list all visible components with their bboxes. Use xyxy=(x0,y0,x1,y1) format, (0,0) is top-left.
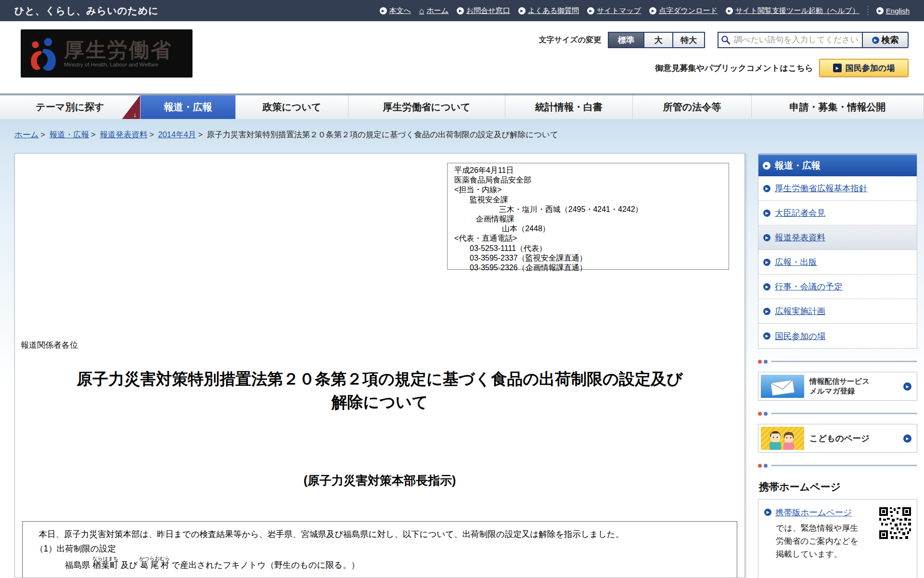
mobile-homepage-description: では、緊急情報や厚生労働省のご案内などを掲載しています。 xyxy=(776,522,861,561)
breadcrumb-april-2014[interactable]: 2014年4月 xyxy=(158,130,196,139)
contact-line: 03-5253-1111（代表） xyxy=(454,244,725,253)
mobile-homepage-link[interactable]: 携帯版ホームページ xyxy=(775,507,852,518)
sidebar-item-minister-press[interactable]: ▶大臣記者会見 xyxy=(758,201,917,225)
sidebar-item-pr-plan[interactable]: ▶広報実施計画 xyxy=(758,299,917,324)
contact-line: 03-3595-2326（企画情報課直通） xyxy=(454,263,725,273)
link-accessibility-tool[interactable]: ▶サイト閲覧支援ツール起動（ヘルプ） xyxy=(726,6,860,15)
divider-line xyxy=(771,465,917,466)
sidebar-item-press-releases[interactable]: ▶報道発表資料 xyxy=(758,225,917,250)
page-body: ホーム> 報道・広報> 報道発表資料> 2014年4月> 原子力災害対策特別措置… xyxy=(0,119,924,578)
blue-dot xyxy=(764,464,768,468)
contact-line: 監視安全課 xyxy=(454,195,725,205)
kids-banner-text: こどものページ xyxy=(804,434,903,443)
sidebar-item-publications[interactable]: ▶広報・出版 xyxy=(758,250,917,275)
ministry-logo-mark xyxy=(27,36,59,71)
font-size-buttons: 標準 大 特大 xyxy=(608,32,705,48)
contact-line: 平成26年4月11日 xyxy=(454,166,725,175)
breadcrumb-current: 原子力災害対策特別措置法第２０条第２項の規定に基づく食品の出荷制限の設定及び解除… xyxy=(207,130,558,139)
contact-line: <担当・内線> xyxy=(454,185,725,195)
site-header: 厚生労働省 Ministry of Health, Labour and Wel… xyxy=(0,21,924,93)
dotted-divider xyxy=(758,359,917,364)
envelope-icon xyxy=(761,375,804,398)
top-utility-bar: ひと、くらし、みらいのために ▶本文へ ⌂ホーム ▶お問合せ窓口 ▶よくある御質… xyxy=(0,0,924,21)
search-box xyxy=(718,32,863,48)
link-english[interactable]: ▶English xyxy=(876,7,910,15)
breadcrumb-press-releases[interactable]: 報道発表資料 xyxy=(100,130,147,139)
link-to-main-content[interactable]: ▶本文へ xyxy=(380,6,411,15)
breadcrumb: ホーム> 報道・広報> 報道発表資料> 2014年4月> 原子力災害対策特別措置… xyxy=(0,119,924,140)
ministry-logo[interactable]: 厚生労働省 Ministry of Health, Labour and Wel… xyxy=(21,29,192,78)
home-icon: ⌂ xyxy=(419,7,424,15)
sidebar-item-events[interactable]: ▶行事・会議の予定 xyxy=(758,275,917,299)
font-size-standard-button[interactable]: 標準 xyxy=(609,33,643,47)
sidebar-section-header: ▶ 報道・広報 xyxy=(758,154,917,176)
breadcrumb-press[interactable]: 報道・広報 xyxy=(50,130,90,139)
circle-arrow-icon: ▶ xyxy=(872,37,879,44)
nav-tab-laws[interactable]: 所管の法令等 xyxy=(633,95,752,119)
contact-line: 企画情報課 xyxy=(454,214,725,224)
page-title: 原子力災害対策特別措置法第２０条第２項の規定に基づく食品の出荷制限の設定及び 解… xyxy=(15,368,744,414)
page: ひと、くらし、みらいのために ▶本文へ ⌂ホーム ▶お問合せ窓口 ▶よくある御質… xyxy=(0,0,924,119)
mailmag-banner[interactable]: 情報配信サービス メルマガ登録 ▶ xyxy=(758,372,917,401)
site-search: ▶検索 xyxy=(718,32,909,48)
salutation: 報道関係者各位 xyxy=(21,340,78,351)
circle-arrow-icon: ▶ xyxy=(763,308,770,315)
public-comment-row: 御意見募集やパブリックコメントはこちら ▶国民参加の場 xyxy=(655,59,909,77)
top-links: ▶本文へ ⌂ホーム ▶お問合せ窓口 ▶よくある御質問 ▶サイトマップ ▶点字ダウ… xyxy=(380,6,910,15)
link-faq[interactable]: ▶よくある御質問 xyxy=(518,6,579,15)
circle-arrow-icon: ▶ xyxy=(457,7,464,14)
logo-title: 厚生労働省 xyxy=(64,39,172,61)
blue-dot xyxy=(764,360,768,364)
qr-code xyxy=(879,507,911,539)
circle-arrow-icon: ▶ xyxy=(763,234,770,241)
nav-tab-themes[interactable]: テーマ別に探す ↓ xyxy=(0,95,141,119)
circle-arrow-icon: ▶ xyxy=(764,509,771,516)
header-tools: 文字サイズの変更 標準 大 特大 ▶検索 xyxy=(539,32,909,48)
circle-arrow-icon: ▶ xyxy=(763,332,770,340)
nav-tab-applications[interactable]: 申請・募集・情報公開 xyxy=(752,95,924,119)
public-comment-text: 御意見募集やパブリックコメントはこちら xyxy=(655,63,813,74)
circle-arrow-icon: ▶ xyxy=(763,283,770,290)
contact-line: 山本（2448） xyxy=(454,224,725,234)
font-size-large-button[interactable]: 大 xyxy=(643,33,672,47)
link-home[interactable]: ⌂ホーム xyxy=(419,6,449,15)
mailmag-banner-text: 情報配信サービス メルマガ登録 xyxy=(804,377,903,396)
contact-line: 三木・塩川・西城（2495・4241・4242） xyxy=(454,205,725,214)
public-participation-button[interactable]: ▶国民参加の場 xyxy=(819,59,909,77)
logo-subtitle: Ministry of Health, Labour and Welfare xyxy=(64,62,172,67)
font-size-xlarge-button[interactable]: 特大 xyxy=(672,33,704,47)
red-dot xyxy=(758,360,762,364)
mobile-homepage-box: ▶ 携帯版ホームページ では、緊急情報や厚生労働省のご案内などを掲載しています。 xyxy=(758,499,917,578)
dotted-divider xyxy=(758,411,917,416)
contact-line: 03-3595-2337（監視安全課直通） xyxy=(454,253,725,263)
nav-tab-policies[interactable]: 政策について xyxy=(236,95,348,119)
sidebar: ▶ 報道・広報 ▶厚生労働省広報基本指針 ▶大臣記者会見 ▶報道発表資料 ▶広報… xyxy=(758,153,917,578)
link-braille-download[interactable]: ▶点字ダウンロード xyxy=(649,6,718,15)
search-button[interactable]: ▶検索 xyxy=(863,32,909,48)
nav-tab-press[interactable]: 報道・広報 xyxy=(141,95,236,119)
nav-tab-statistics[interactable]: 統計情報・白書 xyxy=(505,95,633,119)
separator xyxy=(868,6,868,15)
kids-page-banner[interactable]: こどものページ ▶ xyxy=(758,424,917,453)
circle-arrow-icon: ▶ xyxy=(587,7,594,14)
main-navigation: テーマ別に探す ↓ 報道・広報 政策について 厚生労働省について 統計情報・白書… xyxy=(0,93,924,119)
circle-arrow-icon: ▶ xyxy=(649,7,656,14)
nav-tab-about-ministry[interactable]: 厚生労働省について xyxy=(348,95,505,119)
breadcrumb-home[interactable]: ホーム xyxy=(14,130,38,139)
site-tagline: ひと、くらし、みらいのために xyxy=(14,4,159,17)
circle-arrow-icon: ▶ xyxy=(763,185,770,192)
announcement-detail-line: 福島県 楢葉町ならはまち 及び 葛尾村かつらおむら で産出されたフキノトウ（野生… xyxy=(30,556,729,572)
sidebar-item-participation[interactable]: ▶国民参加の場 xyxy=(758,324,917,348)
logo-text-block: 厚生労働省 Ministry of Health, Labour and Wel… xyxy=(64,39,172,67)
red-dot xyxy=(758,464,762,468)
blue-dot xyxy=(764,412,768,416)
announcement-paragraph: 本日、原子力災害対策本部は、昨日までの検査結果等から、岩手県、宮城県及び福島県に… xyxy=(30,527,729,541)
link-contact[interactable]: ▶お問合せ窓口 xyxy=(457,6,510,15)
search-input[interactable] xyxy=(718,32,863,48)
down-arrow-icon: ↓ xyxy=(133,111,137,118)
red-dot xyxy=(758,412,762,416)
press-contact-box: 平成26年4月11日 医薬食品局食品安全部 <担当・内線> 監視安全課 三木・塩… xyxy=(447,163,729,270)
link-sitemap[interactable]: ▶サイトマップ xyxy=(587,6,641,15)
sidebar-item-pr-policy[interactable]: ▶厚生労働省広報基本指針 xyxy=(758,176,917,201)
square-arrow-icon: ▶ xyxy=(833,64,842,72)
